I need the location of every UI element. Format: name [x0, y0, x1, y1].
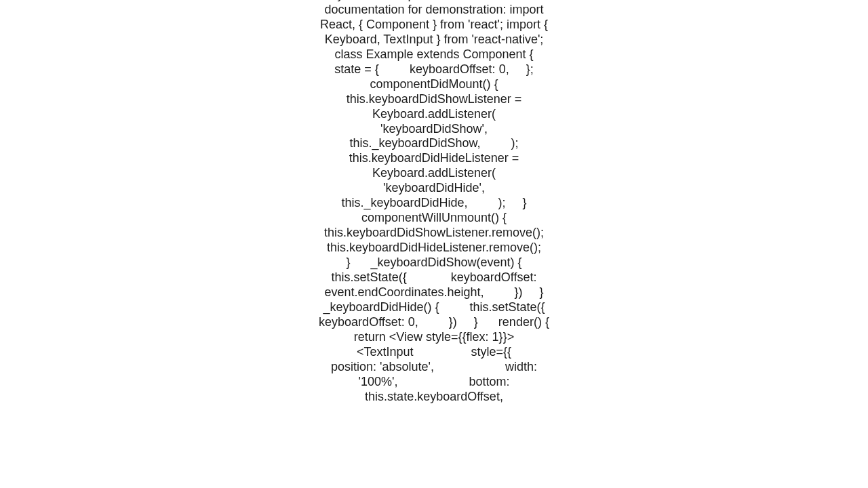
document-body: events. Here is a modification of the Ke… [319, 0, 549, 405]
body-text: events. Here is a modification of the Ke… [319, 0, 549, 405]
